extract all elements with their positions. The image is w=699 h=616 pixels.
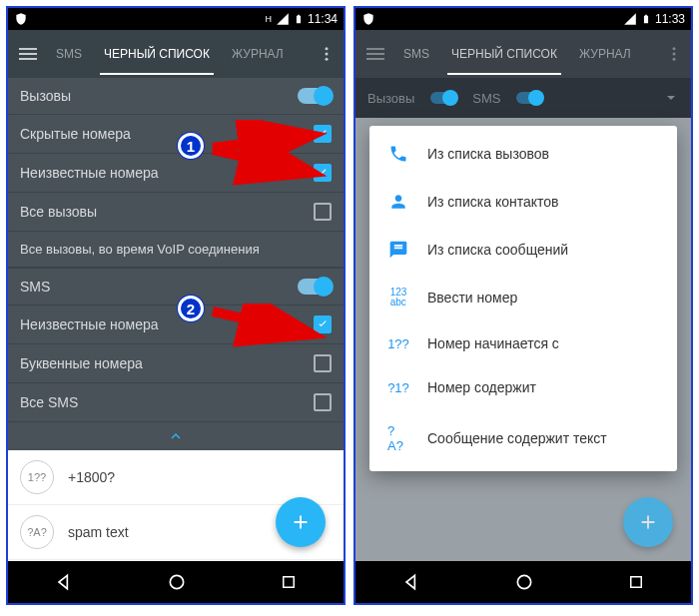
arrow-1b (208, 140, 328, 200)
tab-journal[interactable]: ЖУРНАЛ (575, 33, 635, 75)
sms-toggle[interactable] (516, 92, 542, 104)
menu-label: Ввести номер (427, 290, 517, 306)
recent-icon[interactable] (280, 573, 298, 591)
calls-toggle[interactable] (430, 92, 456, 104)
calls-toggle[interactable] (298, 88, 332, 104)
signal-icon (623, 12, 637, 26)
checkbox[interactable] (314, 203, 332, 221)
sms-group-header[interactable]: SMS (8, 268, 344, 306)
list-item[interactable]: 1?? +1800? (8, 450, 344, 505)
network-label: H (265, 14, 272, 24)
phone-right: 11:33 SMS ЧЕРНЫЙ СПИСОК ЖУРНАЛ Вызовы SM… (353, 6, 693, 605)
contains-icon: ?1? (387, 380, 409, 395)
svg-point-0 (326, 47, 329, 50)
overflow-icon[interactable] (318, 45, 336, 63)
person-icon (387, 192, 409, 212)
menu-label: Из списка контактов (427, 194, 558, 210)
annotation-badge-2: 2 (178, 296, 204, 321)
plus-icon (290, 511, 312, 533)
svg-point-1 (326, 53, 329, 56)
menu-from-contacts[interactable]: Из списка контактов (369, 178, 677, 226)
subbar-sms-label: SMS (472, 91, 500, 106)
tab-blacklist[interactable]: ЧЕРНЫЙ СПИСОК (447, 33, 561, 75)
menu-starts-with[interactable]: 1?? Номер начинается с (369, 321, 677, 365)
label: Все SMS (20, 394, 78, 410)
subbar-calls-label: Вызовы (367, 91, 414, 106)
menu-icon[interactable] (16, 42, 40, 66)
text-contains-icon: ?A? (387, 423, 409, 453)
dimmed-body: Из списка вызовов Из списка контактов Из… (355, 118, 691, 561)
phone-left: H 11:34 SMS ЧЕРНЫЙ СПИСОК ЖУРНАЛ Вызовы … (6, 6, 346, 605)
phone-icon (387, 144, 409, 164)
message-icon (387, 240, 409, 260)
battery-icon (641, 12, 651, 26)
tab-journal[interactable]: ЖУРНАЛ (228, 33, 288, 75)
recent-icon[interactable] (627, 573, 645, 591)
calls-group-header[interactable]: Вызовы (8, 78, 344, 115)
row-sms-all[interactable]: Все SMS (8, 383, 344, 422)
svg-point-8 (517, 575, 530, 588)
back-icon[interactable] (54, 572, 74, 592)
clock: 11:33 (655, 12, 685, 26)
status-bar: H 11:34 (8, 8, 344, 30)
menu-label: Номер содержит (427, 379, 536, 395)
signal-icon (276, 12, 290, 26)
entry-value: +1800? (68, 469, 115, 485)
row-all-calls-voip[interactable]: Все вызовы, во время VoIP соединения (8, 232, 344, 268)
status-bar: 11:33 (355, 8, 691, 30)
svg-point-7 (673, 58, 676, 61)
svg-point-6 (673, 53, 676, 56)
menu-icon[interactable] (363, 42, 387, 66)
overflow-icon[interactable] (665, 45, 683, 63)
svg-point-2 (326, 58, 329, 61)
add-menu: Из списка вызовов Из списка контактов Из… (369, 126, 677, 471)
label: Все вызовы (20, 204, 97, 220)
starts-with-icon: 1?? (387, 336, 409, 351)
fab-add[interactable] (276, 497, 326, 547)
menu-label: Сообщение содержит текст (427, 430, 607, 446)
tabs: SMS ЧЕРНЫЙ СПИСОК ЖУРНАЛ (399, 33, 635, 75)
label: Все вызовы, во время VoIP соединения (20, 242, 260, 257)
entry-value: spam text (68, 524, 129, 540)
app-bar: SMS ЧЕРНЫЙ СПИСОК ЖУРНАЛ (8, 30, 344, 78)
checkbox[interactable] (314, 354, 332, 372)
shield-icon (14, 12, 28, 26)
svg-point-5 (673, 47, 676, 50)
menu-enter-number[interactable]: 123 abc Ввести номер (369, 274, 677, 321)
collapse-button[interactable] (8, 422, 344, 450)
menu-from-messages[interactable]: Из списка сообщений (369, 226, 677, 274)
menu-label: Из списка сообщений (427, 242, 568, 258)
label: Неизвестные номера (20, 316, 159, 332)
pattern-icon: 1?? (20, 460, 54, 494)
menu-msg-contains[interactable]: ?A? Сообщение содержит текст (369, 409, 677, 467)
home-icon[interactable] (514, 572, 534, 592)
menu-from-calls[interactable]: Из списка вызовов (369, 130, 677, 178)
home-icon[interactable] (167, 572, 187, 592)
svg-point-3 (170, 575, 183, 588)
menu-contains[interactable]: ?1? Номер содержит (369, 365, 677, 409)
checkbox[interactable] (314, 393, 332, 411)
text-pattern-icon: ?A? (20, 515, 54, 549)
tab-sms[interactable]: SMS (52, 33, 86, 75)
menu-label: Номер начинается с (427, 335, 559, 351)
chevron-down-icon[interactable] (663, 90, 679, 106)
calls-label: Вызовы (20, 88, 71, 104)
app-bar: SMS ЧЕРНЫЙ СПИСОК ЖУРНАЛ (355, 30, 691, 78)
fab-add[interactable] (623, 497, 673, 547)
nav-bar (8, 561, 344, 603)
tab-sms[interactable]: SMS (399, 33, 433, 75)
chevron-up-icon (167, 427, 185, 445)
back-icon[interactable] (401, 572, 421, 592)
sms-label: SMS (20, 279, 50, 295)
tab-blacklist[interactable]: ЧЕРНЫЙ СПИСОК (100, 33, 214, 75)
shield-icon (361, 12, 375, 26)
sms-toggle[interactable] (298, 279, 332, 295)
tabs: SMS ЧЕРНЫЙ СПИСОК ЖУРНАЛ (52, 33, 288, 75)
label: Буквенные номера (20, 355, 143, 371)
clock: 11:34 (308, 12, 338, 26)
label: Скрытые номера (20, 126, 131, 142)
battery-icon (294, 12, 304, 26)
annotation-badge-1: 1 (178, 133, 204, 159)
filter-subbar: Вызовы SMS (355, 78, 691, 118)
menu-label: Из списка вызовов (427, 146, 549, 162)
